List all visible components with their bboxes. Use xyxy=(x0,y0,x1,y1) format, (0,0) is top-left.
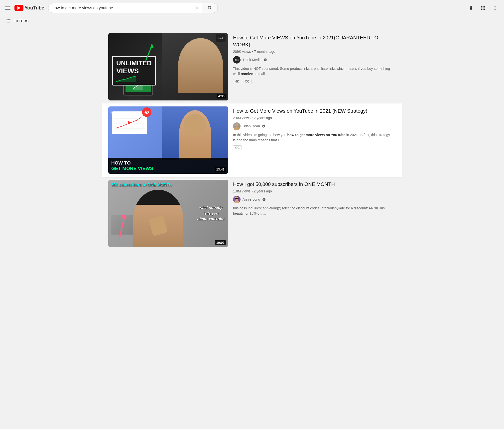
channel-avatar-3 xyxy=(233,196,241,203)
filter-icon xyxy=(6,18,11,23)
grid-button[interactable] xyxy=(478,3,488,13)
more-options-button[interactable] xyxy=(490,3,500,13)
results-container: think UNLIMITED VIEWS xyxy=(102,26,402,254)
search-bar xyxy=(48,3,202,13)
thumbnail-3: 50k subscribers in ONE MONTH what nobody… xyxy=(108,180,228,247)
svg-text:think: think xyxy=(235,59,239,61)
video-meta-2: 2.6M views • 2 years ago xyxy=(233,116,396,120)
filters-bar: FILTERS xyxy=(0,16,504,26)
svg-marker-3 xyxy=(116,76,136,82)
svg-marker-17 xyxy=(121,214,127,218)
youtube-logo[interactable]: YouTube xyxy=(14,5,44,11)
channel-row-2: Brian Dean xyxy=(233,122,396,130)
filters-icon xyxy=(6,18,11,23)
youtube-logo-icon xyxy=(14,5,23,11)
search-icon xyxy=(207,5,213,11)
verified-icon-3 xyxy=(262,198,266,201)
channel-name-2: Brian Dean xyxy=(243,124,260,128)
more-vert-icon xyxy=(492,5,498,11)
header-right xyxy=(466,3,500,13)
duration-badge-3: 10:03 xyxy=(215,240,226,245)
badge-cc-1: CC xyxy=(243,79,252,84)
channel-name-3: Annie Long xyxy=(243,197,260,201)
header: YouTube xyxy=(0,0,504,16)
svg-point-1 xyxy=(495,7,496,8)
badge-row-2: CC xyxy=(233,145,396,150)
video-info-1: How to Get More VIEWS on YouTube in 2021… xyxy=(233,33,396,100)
svg-point-2 xyxy=(495,9,496,10)
thumbnail-1: think UNLIMITED VIEWS xyxy=(108,33,228,100)
verified-icon-1 xyxy=(263,58,267,62)
svg-point-16 xyxy=(262,125,265,128)
video-item-3[interactable]: 50k subscribers in ONE MONTH what nobody… xyxy=(102,177,402,250)
svg-point-20 xyxy=(262,198,265,201)
video-title-3: How I got 50,000 subscribers in ONE MONT… xyxy=(233,181,396,188)
channel-row-3: Annie Long xyxy=(233,196,396,203)
search-input[interactable] xyxy=(48,3,191,13)
video-description-3: business inquiries: annielong@select.co … xyxy=(233,206,393,216)
video-info-3: How I got 50,000 subscribers in ONE MONT… xyxy=(233,180,396,247)
search-container xyxy=(48,3,218,13)
badge-cc-2: CC xyxy=(233,145,242,150)
svg-marker-5 xyxy=(150,43,154,48)
video-meta-3: 1.8M views • 2 years ago xyxy=(233,189,396,193)
duration-badge-1: 4:30 xyxy=(217,94,226,98)
video-item-2[interactable]: + + xyxy=(102,103,402,177)
menu-button[interactable] xyxy=(4,5,11,11)
video-description-2: In this video I'm going to show you how … xyxy=(233,132,393,143)
video-title-2: How to Get More Views on YouTube in 2021… xyxy=(233,107,396,114)
video-info-2: How to Get More Views on YouTube in 2021… xyxy=(233,106,396,174)
svg-rect-19 xyxy=(235,198,239,199)
youtube-logo-text: YouTube xyxy=(24,5,44,11)
duration-badge-2: 13:43 xyxy=(215,167,226,172)
video-meta-1: 209K views • 7 months ago xyxy=(233,50,396,54)
channel-row-1: think Think Media xyxy=(233,56,396,64)
close-icon xyxy=(194,6,199,10)
svg-point-15 xyxy=(234,127,240,130)
channel-avatar-2 xyxy=(233,122,241,130)
verified-icon-2 xyxy=(262,124,265,128)
video-title-1: How to Get More VIEWS on YouTube in 2021… xyxy=(233,34,396,48)
svg-point-0 xyxy=(495,6,496,7)
video-item-1[interactable]: think UNLIMITED VIEWS xyxy=(102,30,402,103)
thumbnail-2: + + xyxy=(108,106,228,174)
header-left: YouTube xyxy=(4,5,44,11)
microphone-button[interactable] xyxy=(466,3,476,13)
search-clear-button[interactable] xyxy=(191,3,202,13)
filters-label: FILTERS xyxy=(13,19,29,23)
channel-avatar-1: think xyxy=(233,56,241,64)
badge-4k-1: 4K xyxy=(233,79,241,84)
channel-name-1: Think Media xyxy=(243,58,261,62)
microphone-icon xyxy=(468,5,474,11)
svg-point-8 xyxy=(264,58,267,61)
grid-icon xyxy=(480,5,486,11)
video-description-1: This video is NOT sponsored. Some produc… xyxy=(233,66,393,77)
badge-row-1: 4K CC xyxy=(233,79,396,84)
svg-point-14 xyxy=(235,123,239,127)
search-button[interactable] xyxy=(202,3,218,13)
